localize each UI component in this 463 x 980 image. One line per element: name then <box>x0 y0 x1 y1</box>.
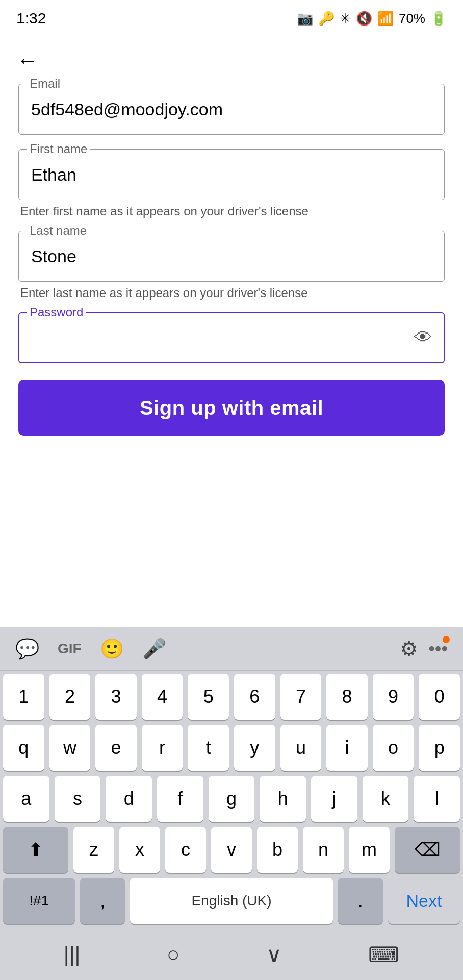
keyboard-toolbar: 💬 GIF 🙂 🎤 ⚙ ••• <box>0 627 463 671</box>
key-7[interactable]: 7 <box>280 674 322 720</box>
first-name-label: First name <box>27 142 90 156</box>
camera-icon: 📷 <box>297 11 313 27</box>
shift-key[interactable]: ⬆ <box>3 827 68 873</box>
comma-key[interactable]: , <box>80 878 125 924</box>
toolbar-right-icons: ⚙ ••• <box>400 637 448 660</box>
emoji-icon[interactable]: 🙂 <box>100 638 124 660</box>
eye-icon[interactable]: 👁 <box>414 327 432 349</box>
bottom-row: !#1 , English (UK) . Next <box>3 878 460 924</box>
asdf-row: a s d f g h j k l <box>3 776 460 822</box>
signup-button[interactable]: Sign up with email <box>18 380 445 436</box>
key-h[interactable]: h <box>260 776 306 822</box>
mute-icon: 🔇 <box>356 11 372 27</box>
status-bar: 1:32 📷 🔑 ✳ 🔇 📶 70% 🔋 <box>0 0 463 37</box>
key-6[interactable]: 6 <box>234 674 275 720</box>
status-time: 1:32 <box>16 10 46 27</box>
nav-recent-button[interactable]: ∨ <box>256 937 292 972</box>
key-e[interactable]: e <box>95 725 137 771</box>
battery-icon: 🔋 <box>430 11 447 27</box>
qwerty-row: q w e r t y u i o p <box>3 725 460 771</box>
key-q[interactable]: q <box>3 725 44 771</box>
key-a[interactable]: a <box>3 776 49 822</box>
key-m[interactable]: m <box>349 827 390 873</box>
key-j[interactable]: j <box>311 776 357 822</box>
key-4[interactable]: 4 <box>142 674 183 720</box>
key-2[interactable]: 2 <box>49 674 91 720</box>
backspace-key[interactable]: ⌫ <box>395 827 460 873</box>
mic-icon[interactable]: 🎤 <box>142 638 166 660</box>
key-1[interactable]: 1 <box>3 674 44 720</box>
period-key[interactable]: . <box>338 878 383 924</box>
toolbar-left-icons: 💬 GIF 🙂 🎤 <box>15 638 166 660</box>
first-name-input[interactable] <box>18 149 445 200</box>
key-d[interactable]: d <box>106 776 152 822</box>
key-g[interactable]: g <box>209 776 255 822</box>
last-name-field-wrapper: Last name <box>18 231 445 282</box>
status-icons: 📷 🔑 ✳ 🔇 📶 70% 🔋 <box>297 11 447 27</box>
symbols-key[interactable]: !#1 <box>3 878 75 924</box>
key-9[interactable]: 9 <box>373 674 414 720</box>
zxcv-row: ⬆ z x c v b n m ⌫ <box>3 827 460 873</box>
back-area: ← <box>0 37 463 84</box>
key-f[interactable]: f <box>157 776 203 822</box>
settings-icon[interactable]: ⚙ <box>400 638 418 660</box>
key-y[interactable]: y <box>234 725 275 771</box>
sticker-icon[interactable]: 💬 <box>15 638 39 660</box>
key-u[interactable]: u <box>280 725 322 771</box>
dots-wrapper: ••• <box>428 638 448 659</box>
gear-wrapper: ⚙ <box>400 637 418 660</box>
key-3[interactable]: 3 <box>95 674 137 720</box>
key-t[interactable]: t <box>188 725 229 771</box>
wifi-icon: 📶 <box>377 11 394 27</box>
email-input[interactable] <box>18 84 445 135</box>
bluetooth-icon: ✳ <box>340 11 351 27</box>
key-c[interactable]: c <box>165 827 206 873</box>
nav-back-button[interactable]: ||| <box>54 937 91 972</box>
key-icon: 🔑 <box>318 11 335 27</box>
key-n[interactable]: n <box>303 827 344 873</box>
key-b[interactable]: b <box>257 827 298 873</box>
key-i[interactable]: i <box>326 725 368 771</box>
password-field-wrapper: Password 👁 <box>18 312 445 363</box>
key-l[interactable]: l <box>414 776 460 822</box>
key-z[interactable]: z <box>73 827 114 873</box>
bottom-nav: ||| ○ ∨ ⌨ <box>0 929 463 980</box>
first-name-hint: Enter first name as it appears on your d… <box>20 204 445 218</box>
space-key[interactable]: English (UK) <box>130 878 332 924</box>
nav-home-button[interactable]: ○ <box>157 937 190 972</box>
key-0[interactable]: 0 <box>419 674 460 720</box>
back-button[interactable]: ← <box>16 47 39 72</box>
keyboard-rows: 1 2 3 4 5 6 7 8 9 0 q w e r t y u i o p … <box>0 671 463 924</box>
key-r[interactable]: r <box>142 725 183 771</box>
gif-icon[interactable]: GIF <box>58 641 82 657</box>
nav-keyboard-button[interactable]: ⌨ <box>358 937 409 972</box>
key-p[interactable]: p <box>419 725 460 771</box>
last-name-hint: Enter last name as it appears on your dr… <box>20 286 445 300</box>
key-o[interactable]: o <box>373 725 414 771</box>
key-5[interactable]: 5 <box>188 674 229 720</box>
key-8[interactable]: 8 <box>326 674 368 720</box>
keyboard: 💬 GIF 🙂 🎤 ⚙ ••• 1 2 3 4 5 6 7 8 9 <box>0 627 463 980</box>
email-label: Email <box>27 77 63 91</box>
first-name-field-wrapper: First name <box>18 149 445 200</box>
last-name-input[interactable] <box>18 231 445 282</box>
battery-text: 70% <box>399 11 425 27</box>
number-row: 1 2 3 4 5 6 7 8 9 0 <box>3 674 460 720</box>
key-w[interactable]: w <box>49 725 91 771</box>
key-x[interactable]: x <box>119 827 160 873</box>
key-v[interactable]: v <box>211 827 252 873</box>
key-k[interactable]: k <box>363 776 409 822</box>
next-key[interactable]: Next <box>388 878 460 924</box>
password-input[interactable] <box>18 312 445 363</box>
password-label: Password <box>27 305 86 320</box>
last-name-label: Last name <box>27 224 90 238</box>
email-field-wrapper: Email <box>18 84 445 135</box>
notification-dot <box>443 636 450 643</box>
key-s[interactable]: s <box>55 776 101 822</box>
form-area: Email First name Enter first name as it … <box>0 84 463 436</box>
